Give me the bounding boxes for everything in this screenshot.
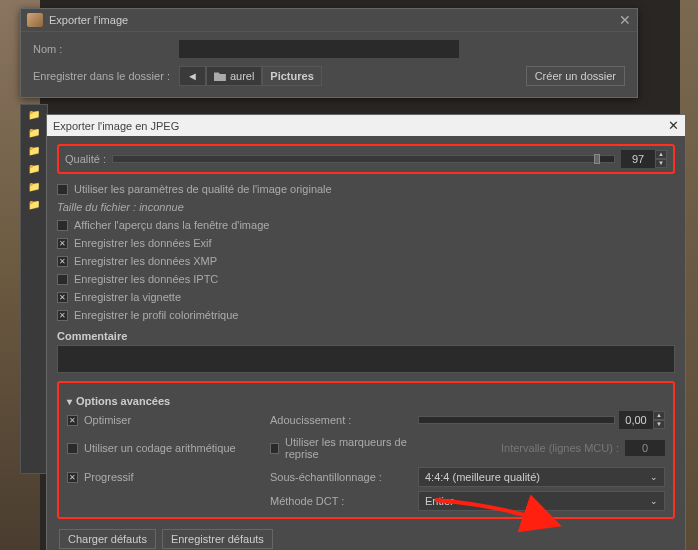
save-exif-label: Enregistrer les données Exif	[74, 237, 212, 249]
load-defaults-button[interactable]: Charger défauts	[59, 529, 156, 549]
folder-breadcrumb: ◄ aurel Pictures	[179, 66, 322, 86]
jpeg-titlebar: Exporter l'image en JPEG ✕	[47, 115, 685, 136]
save-color-checkbox[interactable]	[57, 310, 68, 321]
save-thumb-label: Enregistrer la vignette	[74, 291, 181, 303]
restart-checkbox[interactable]	[270, 443, 279, 454]
close-icon[interactable]: ✕	[668, 118, 679, 133]
filename-input[interactable]	[179, 40, 459, 58]
save-defaults-button[interactable]: Enregistrer défauts	[162, 529, 273, 549]
advanced-title: Options avancées	[76, 395, 170, 407]
chevron-down-icon: ⌄	[650, 472, 658, 482]
restart-label: Utiliser les marqueurs de reprise	[285, 436, 410, 460]
export-titlebar: Exporter l'image ✕	[21, 9, 637, 32]
breadcrumb-aurel[interactable]: aurel	[206, 66, 262, 86]
folder-icon	[214, 71, 226, 81]
expander-icon[interactable]: ▾	[67, 396, 72, 407]
progressive-label: Progressif	[84, 471, 134, 483]
use-original-label: Utiliser les paramètres de qualité de l'…	[74, 183, 332, 195]
quality-label: Qualité :	[65, 153, 106, 165]
export-window: Exporter l'image ✕ Nom : Enregistrer dan…	[20, 8, 638, 98]
quality-section: Qualité : ▲▼	[57, 144, 675, 174]
jpeg-title: Exporter l'image en JPEG	[53, 120, 179, 132]
dct-label: Méthode DCT :	[270, 495, 410, 507]
create-folder-button[interactable]: Créer un dossier	[526, 66, 625, 86]
progressive-checkbox[interactable]	[67, 472, 78, 483]
arithmetic-checkbox[interactable]	[67, 443, 78, 454]
shortcuts-panel: 📁 📁 📁 📁 📁 📁	[20, 104, 48, 474]
quality-spinner[interactable]: ▲▼	[621, 150, 667, 168]
export-title: Exporter l'image	[49, 14, 128, 26]
optimize-checkbox[interactable]	[67, 415, 78, 426]
breadcrumb-back[interactable]: ◄	[179, 66, 206, 86]
save-exif-checkbox[interactable]	[57, 238, 68, 249]
subsampling-label: Sous-échantillonnage :	[270, 471, 410, 483]
close-icon[interactable]: ✕	[619, 12, 631, 28]
chevron-down-icon: ⌄	[650, 496, 658, 506]
quality-value[interactable]	[621, 150, 655, 168]
save-thumb-checkbox[interactable]	[57, 292, 68, 303]
use-original-checkbox[interactable]	[57, 184, 68, 195]
smoothing-spinner[interactable]: ▲▼	[619, 411, 665, 429]
spinner-up-icon[interactable]: ▲	[655, 150, 667, 159]
quality-slider[interactable]	[112, 155, 615, 163]
subsampling-select[interactable]: 4:4:4 (meilleure qualité)⌄	[418, 467, 665, 487]
smoothing-label: Adoucissement :	[270, 414, 410, 426]
show-preview-label: Afficher l'aperçu dans la fenêtre d'imag…	[74, 219, 269, 231]
spinner-down-icon[interactable]: ▼	[655, 159, 667, 168]
save-iptc-checkbox[interactable]	[57, 274, 68, 285]
save-xmp-checkbox[interactable]	[57, 256, 68, 267]
smoothing-value[interactable]	[619, 411, 653, 429]
name-label: Nom :	[33, 43, 173, 55]
save-color-label: Enregistrer le profil colorimétrique	[74, 309, 238, 321]
interval-value	[625, 440, 665, 456]
dct-select[interactable]: Entier⌄	[418, 491, 665, 511]
filesize-text: Taille du fichier : inconnue	[57, 198, 675, 216]
show-preview-checkbox[interactable]	[57, 220, 68, 231]
jpeg-export-dialog: Exporter l'image en JPEG ✕ Qualité : ▲▼ …	[46, 114, 686, 550]
optimize-label: Optimiser	[84, 414, 131, 426]
arithmetic-label: Utiliser un codage arithmétique	[84, 442, 236, 454]
app-icon	[27, 13, 43, 27]
save-xmp-label: Enregistrer les données XMP	[74, 255, 217, 267]
save-iptc-label: Enregistrer les données IPTC	[74, 273, 218, 285]
save-in-label: Enregistrer dans le dossier :	[33, 70, 173, 82]
comment-label: Commentaire	[57, 330, 675, 342]
smoothing-slider[interactable]	[418, 416, 615, 424]
comment-input[interactable]	[57, 345, 675, 373]
interval-label: Intervalle (lignes MCU) :	[501, 442, 619, 454]
advanced-section: ▾Options avancées Optimiser Adoucissemen…	[57, 381, 675, 519]
breadcrumb-pictures[interactable]: Pictures	[262, 66, 321, 86]
